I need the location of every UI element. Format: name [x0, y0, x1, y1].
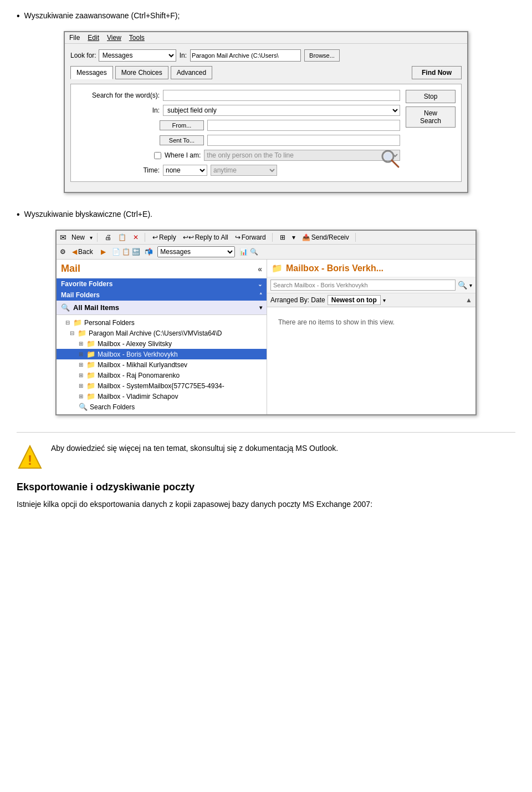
- advanced-find-dialog: File Edit View Tools Look for: Messages …: [64, 31, 468, 193]
- left-panel: Mail « Favorite Folders ⌄ Mail Folders ˄…: [57, 260, 267, 414]
- system-expand-icon[interactable]: ⊞: [79, 383, 83, 389]
- reply-all-button[interactable]: ↩↩ Reply to All: [181, 233, 230, 242]
- search-icon-area: [380, 149, 400, 170]
- copy-icon: 📋: [118, 233, 126, 241]
- tab-messages[interactable]: Messages: [70, 66, 113, 79]
- where-checkbox[interactable]: [154, 152, 161, 159]
- alexey-folder-label: Mailbox - Alexey Slivitsky: [98, 340, 172, 348]
- search-dropdown-arrow[interactable]: ▾: [469, 282, 472, 288]
- vladimir-expand-icon[interactable]: ⊞: [79, 393, 83, 399]
- mail-folders-header[interactable]: Mail Folders ˄: [57, 290, 267, 301]
- tab-advanced[interactable]: Advanced: [171, 66, 212, 79]
- copy-button[interactable]: 📋: [116, 233, 128, 242]
- warning-icon: !: [17, 444, 43, 470]
- time-none-select[interactable]: none: [163, 165, 207, 176]
- forward-button[interactable]: ↪ Forward: [233, 233, 268, 242]
- mailbox-search-input[interactable]: [270, 280, 456, 291]
- search-folder-icon: 🔍: [79, 403, 88, 411]
- search-words-input[interactable]: [163, 90, 400, 101]
- reply-group: ↩ Reply ↩↩ Reply to All ↪ Forward: [151, 233, 273, 242]
- mailbox-header: 📁 Mailbox - Boris Verkh...: [267, 260, 475, 277]
- folder-boris[interactable]: ⊞ 📁 Mailbox - Boris Verkhovykh: [57, 349, 267, 359]
- new-button[interactable]: New: [70, 233, 86, 242]
- delete-button[interactable]: ✕: [131, 233, 140, 242]
- layout-icon: ⊞: [280, 233, 285, 241]
- time-anytime-select[interactable]: anytime: [211, 165, 277, 176]
- new-search-button[interactable]: New Search: [406, 106, 456, 128]
- arrange-dropdown[interactable]: ▾: [383, 297, 386, 303]
- outlook-body: Mail « Favorite Folders ⌄ Mail Folders ˄…: [57, 260, 475, 414]
- collapse-arrow[interactable]: «: [258, 265, 262, 273]
- all-mail-triangle[interactable]: ▾: [259, 304, 262, 311]
- forward-nav-button[interactable]: ▶: [99, 247, 108, 256]
- menu-tools[interactable]: Tools: [129, 34, 145, 42]
- folder-search[interactable]: 🔍 Search Folders: [57, 402, 267, 412]
- folder-mikhail[interactable]: ⊞ 📁 Mailbox - Mikhail Kurlyandtsev: [57, 359, 267, 370]
- all-mail-label: All Mail Items: [73, 303, 119, 312]
- mail-folders-arrow[interactable]: ˄: [259, 292, 262, 298]
- reply-icon: ↩: [152, 233, 158, 241]
- folder-raj[interactable]: ⊞ 📁 Mailbox - Raj Ponomarenko: [57, 370, 267, 380]
- body-text: Istnieje kilka opcji do eksportowania da…: [17, 499, 515, 510]
- menu-file[interactable]: File: [69, 34, 80, 42]
- menu-view[interactable]: View: [107, 34, 121, 42]
- in-field[interactable]: [190, 49, 301, 62]
- search-panel: Stop New Search Search for the word(s): …: [70, 84, 462, 182]
- tab-more-choices[interactable]: More Choices: [115, 66, 168, 79]
- reply-button[interactable]: ↩ Reply: [151, 233, 178, 242]
- favorite-folders-arrow[interactable]: ⌄: [258, 281, 262, 287]
- folder-system[interactable]: ⊞ 📁 Mailbox - SystemMailbox{577C75E5-493…: [57, 380, 267, 391]
- alexey-expand-icon[interactable]: ⊞: [79, 341, 83, 347]
- menu-edit[interactable]: Edit: [88, 34, 99, 42]
- sent-to-input[interactable]: [207, 135, 400, 146]
- divider: [17, 432, 515, 433]
- messages-select[interactable]: Messages: [157, 246, 235, 257]
- print-button[interactable]: 🖨: [103, 233, 113, 242]
- sent-to-button[interactable]: Sent To...: [160, 135, 204, 145]
- from-button[interactable]: From...: [160, 120, 204, 130]
- in-field-select[interactable]: subject field only: [163, 105, 400, 116]
- mikhail-expand-icon[interactable]: ⊞: [79, 362, 83, 368]
- folder-vladimir[interactable]: ⊞ 📁 Mailbox - Vladimir Schapov: [57, 391, 267, 402]
- raj-expand-icon[interactable]: ⊞: [79, 372, 83, 378]
- browse-button[interactable]: Browse...: [304, 49, 340, 62]
- new-dropdown-arrow[interactable]: ▾: [90, 235, 93, 241]
- dialog-menubar: File Edit View Tools: [65, 32, 467, 44]
- section-heading: Eksportowanie i odzyskiwanie poczty: [17, 481, 515, 493]
- folder-personal[interactable]: ⊟ 📁 Personal Folders: [57, 317, 267, 328]
- outlook-toolbar-main: ✉ New ▾ 🖨 📋 ✕ ↩ Reply ↩↩ Reply to All: [57, 231, 475, 245]
- filter-button[interactable]: ▾: [290, 233, 297, 242]
- vladimir-folder-icon: 📁: [86, 392, 95, 400]
- arrange-bar: Arranged By: Date Newest on top ▾ ▲: [267, 293, 475, 307]
- reply-all-icon: ↩↩: [183, 233, 194, 241]
- svg-line-1: [392, 160, 398, 167]
- send-receive-button[interactable]: 📤 Send/Receiv: [300, 233, 351, 242]
- personal-expand-icon[interactable]: ⊟: [65, 319, 70, 326]
- time-label: Time:: [76, 166, 160, 174]
- boris-expand-icon[interactable]: ⊞: [79, 351, 83, 357]
- mailbox-title: Mailbox - Boris Verkh...: [286, 263, 383, 273]
- all-mail-items[interactable]: 🔍 All Mail Items ▾: [57, 301, 267, 315]
- back-button[interactable]: ◀ Back: [70, 247, 95, 256]
- look-for-select[interactable]: Messages: [99, 49, 176, 62]
- print-group: 🖨 📋 ✕: [103, 233, 145, 242]
- mailbox-icon: 📁: [272, 263, 283, 273]
- where-select[interactable]: the only person on the To line: [204, 150, 400, 161]
- from-input[interactable]: [207, 120, 400, 131]
- newest-on-top-button[interactable]: Newest on top: [328, 295, 381, 305]
- search-button-icon[interactable]: 🔍: [458, 281, 467, 290]
- mikhail-folder-label: Mailbox - Mikhail Kurlyandtsev: [98, 361, 187, 369]
- paragon-expand-icon[interactable]: ⊟: [70, 330, 74, 336]
- search-words-label: Search for the word(s):: [76, 92, 160, 99]
- search-magnifier-icon: [380, 149, 400, 169]
- folder-alexey[interactable]: ⊞ 📁 Mailbox - Alexey Slivitsky: [57, 338, 267, 349]
- folder-paragon[interactable]: ⊟ 📁 Paragon Mail Archive (C:\Users\VMVis…: [57, 328, 267, 338]
- paragon-folder-icon: 📁: [78, 329, 86, 337]
- scroll-arrows: ▲: [466, 296, 472, 304]
- layout-button[interactable]: ⊞: [278, 233, 287, 242]
- find-now-button[interactable]: Find Now: [412, 66, 462, 79]
- forward-nav-icon: ▶: [101, 248, 106, 256]
- forward-icon: ↪: [235, 233, 241, 241]
- favorite-folders-header[interactable]: Favorite Folders ⌄: [57, 278, 267, 290]
- stop-button[interactable]: Stop: [406, 90, 456, 103]
